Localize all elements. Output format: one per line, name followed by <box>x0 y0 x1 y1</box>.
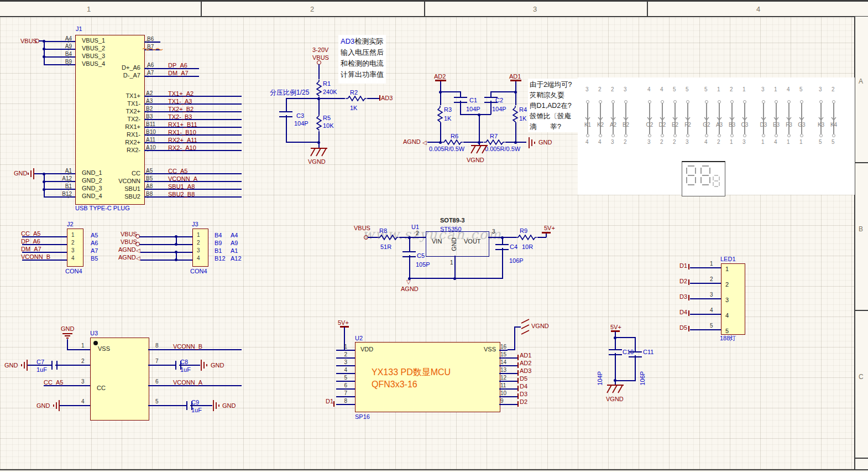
schematic-canvas[interactable]: 1 2 3 4 A B C www.szyucan.com J1 USB TYP… <box>0 0 868 472</box>
inner-pin-number: 3 <box>725 297 729 303</box>
inner-pin-number: 2 <box>725 282 729 288</box>
wire[interactable] <box>690 329 721 330</box>
pin-number: 1 <box>710 261 713 267</box>
net-terminal-tick <box>688 264 689 269</box>
pin-number: 2 <box>710 277 713 282</box>
wire[interactable] <box>690 283 721 284</box>
inner-pin-number: 5 <box>725 328 729 334</box>
pin-number: 4 <box>710 308 713 313</box>
net-terminal-tick <box>688 326 689 331</box>
inner-pin-number: 1 <box>725 266 729 272</box>
pin-number: 5 <box>710 323 713 329</box>
pin-number: 3 <box>710 292 713 298</box>
wire[interactable] <box>690 267 721 268</box>
led1-rows: D1 1 1 D2 2 2 D3 3 3 D4 4 4 D5 5 <box>0 0 868 472</box>
net-label[interactable]: D2 <box>679 278 687 284</box>
pin-row[interactable]: D1 1 1 <box>0 261 868 268</box>
net-label[interactable]: D5 <box>679 325 687 331</box>
inner-pin-number: 4 <box>725 313 729 319</box>
pin-row[interactable]: D5 5 5 <box>0 323 868 330</box>
wire[interactable] <box>690 298 721 299</box>
net-label[interactable]: D3 <box>679 294 687 300</box>
net-terminal-tick <box>688 279 689 285</box>
pin-row[interactable]: D4 4 4 <box>0 307 868 315</box>
pin-row[interactable]: D3 3 3 <box>0 292 868 299</box>
pin-row[interactable]: D2 2 2 <box>0 276 868 284</box>
net-terminal-tick <box>688 310 689 316</box>
wire[interactable] <box>690 314 721 315</box>
net-label[interactable]: D1 <box>679 263 687 269</box>
net-label[interactable]: D4 <box>679 309 687 315</box>
net-terminal-tick <box>688 295 689 300</box>
